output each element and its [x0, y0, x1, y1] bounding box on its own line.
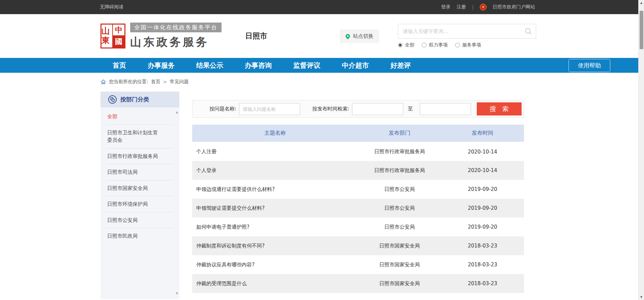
accessibility-link[interactable]: 无障碍阅读: [100, 4, 123, 10]
search-box: [398, 24, 536, 39]
search-area: 全部权力事项服务事项: [398, 24, 536, 48]
topic-cell[interactable]: 仲裁制度和诉讼制度有何不同?: [192, 236, 358, 255]
brand-title: 山东政务服务: [130, 35, 222, 50]
topic-cell[interactable]: 如何申请电子普通护照?: [192, 218, 358, 236]
topic-cell[interactable]: 申领边境通行证需要提供什么材料?: [192, 180, 358, 199]
faq-table-header-row: 主题名称发布部门发布时间: [192, 125, 524, 142]
topic-cell[interactable]: 仲裁的受理范围是什么: [192, 274, 358, 293]
faq-table-head: 主题名称发布部门发布时间: [192, 125, 524, 142]
department-cell: 日照市国家安全局: [358, 255, 441, 274]
search-button[interactable]: 搜 索: [477, 102, 522, 115]
date-cell: 2020-10-14: [441, 161, 524, 180]
nav-item-7[interactable]: 好差评: [390, 61, 411, 70]
nav-item-1[interactable]: 首页: [113, 61, 126, 70]
seal-bottom-right-text: 國: [113, 36, 124, 47]
topic-cell[interactable]: 申领驾驶证需要提交什么材料?: [192, 199, 358, 218]
register-link[interactable]: 注册: [457, 4, 466, 10]
department-cell: 日照市公安局: [358, 199, 441, 218]
search-icon[interactable]: [524, 27, 532, 35]
date-cell: 2019-09-20: [441, 199, 524, 218]
nav-item-2[interactable]: 办事服务: [148, 61, 175, 70]
location-pin-icon: [345, 33, 351, 39]
date-cell: 2019-09-20: [441, 180, 524, 199]
question-name-input[interactable]: [239, 103, 300, 115]
sidebar-item-5[interactable]: 日照市国家安全局: [106, 180, 174, 196]
scroll-down-icon[interactable]: [176, 292, 178, 295]
table-row: 申领驾驶证需要提交什么材料?日照市公安局2019-09-20: [192, 199, 524, 218]
table-row: 仲裁协议应具有哪些内容?日照市国家安全局2018-03-23: [192, 255, 524, 274]
scope-option-label: 全部: [405, 42, 414, 48]
breadcrumb: 您当前所在的位置: 首页 > 常见问题: [100, 78, 644, 86]
help-button[interactable]: 使用帮助: [568, 59, 610, 72]
scroll-up-icon[interactable]: [176, 111, 178, 114]
nav-item-5[interactable]: 监督评议: [293, 61, 320, 70]
radio-icon[interactable]: [455, 43, 460, 47]
date-from-input[interactable]: [352, 103, 403, 115]
breadcrumb-home-link[interactable]: 首页: [151, 79, 160, 85]
logo-text: 全国一体化在线政务服务平台 山东政务服务: [130, 23, 222, 50]
header: 山東 中 國 全国一体化在线政务服务平台 山东政务服务 日照市 站点切换 全部权…: [0, 14, 644, 58]
national-emblem-icon: [480, 4, 487, 10]
site-switch-button[interactable]: 站点切换: [340, 30, 379, 43]
scrollbar-up-icon[interactable]: [639, 0, 644, 6]
seal-left-text: 山東: [101, 25, 113, 47]
shandong-gov-logo[interactable]: 山東 中 國 全国一体化在线政务服务平台 山东政务服务: [100, 23, 222, 50]
faq-table: 主题名称发布部门发布时间 个人注册日照市行政审批服务局2020-10-14个人登…: [192, 125, 524, 293]
date-to-input[interactable]: [420, 103, 471, 115]
topic-cell[interactable]: 仲裁协议应具有哪些内容?: [192, 255, 358, 274]
table-row: 个人注册日照市行政审批服务局2020-10-14: [192, 142, 524, 161]
content-area: 按问题名称: 按发布时间检索: 至 搜 索 主题名称发布部门发布时间 个人注册日…: [192, 92, 524, 293]
scope-option-3[interactable]: 服务事项: [455, 42, 481, 48]
sidebar-title: 按部门分类: [120, 96, 149, 103]
department-sidebar: 按部门分类 全部日照市卫生和计划生育委员会日照市行政审批服务局日照市司法局日照市…: [100, 92, 179, 299]
date-cell: 2018-03-23: [441, 274, 524, 293]
sidebar-item-4[interactable]: 日照市司法局: [106, 164, 174, 180]
scope-option-1[interactable]: 全部: [398, 42, 414, 48]
sidebar-item-1[interactable]: 全部: [106, 109, 174, 125]
portal-link[interactable]: 日照市政府门户网站: [493, 4, 535, 10]
search-scope-options: 全部权力事项服务事项: [398, 42, 536, 48]
date-to-label: 至: [408, 106, 413, 112]
column-header: 主题名称: [192, 125, 358, 142]
main-nav: 首页办事服务结果公示办事咨询监督评议中介超市好差评 使用帮助: [0, 58, 644, 73]
login-link[interactable]: 登录: [441, 4, 450, 10]
nav-item-3[interactable]: 结果公示: [196, 61, 223, 70]
topic-cell[interactable]: 个人注册: [192, 142, 358, 161]
site-switch-label: 站点切换: [353, 33, 373, 39]
home-icon: [100, 79, 106, 85]
sidebar-item-6[interactable]: 日照市环境保护局: [106, 196, 174, 212]
department-list: 全部日照市卫生和计划生育委员会日照市行政审批服务局日照市司法局日照市国家安全局日…: [100, 107, 179, 244]
sidebar-header: 按部门分类: [100, 92, 179, 107]
keyword-search-input[interactable]: [398, 24, 524, 38]
radio-icon[interactable]: [398, 43, 403, 47]
nav-items: 首页办事服务结果公示办事咨询监督评议中介超市好差评: [113, 61, 411, 70]
page-scrollbar[interactable]: [638, 0, 644, 300]
table-row: 仲裁制度和诉讼制度有何不同?日照市国家安全局2018-03-23: [192, 236, 524, 255]
question-name-label: 按问题名称:: [209, 106, 236, 112]
category-icon: [108, 95, 117, 104]
date-cell: 2018-03-23: [441, 255, 524, 274]
table-row: 仲裁的受理范围是什么日照市国家安全局2018-03-23: [192, 274, 524, 293]
platform-badge: 全国一体化在线政务服务平台: [130, 23, 222, 32]
nav-item-6[interactable]: 中介超市: [342, 61, 369, 70]
sidebar-item-8[interactable]: 日照市民政局: [106, 228, 174, 244]
filter-bar: 按问题名称: 按发布时间检索: 至 搜 索: [192, 100, 524, 118]
topic-cell[interactable]: 个人登录: [192, 161, 358, 180]
breadcrumb-current: 常见问题: [170, 79, 188, 85]
nav-item-4[interactable]: 办事咨询: [245, 61, 272, 70]
radio-icon[interactable]: [422, 43, 427, 47]
sidebar-item-2[interactable]: 日照市卫生和计划生育委员会: [106, 125, 174, 148]
scrollbar-down-icon[interactable]: [639, 294, 644, 300]
scope-option-2[interactable]: 权力事项: [422, 42, 448, 48]
department-cell: 日照市国家安全局: [358, 274, 441, 293]
sidebar-item-7[interactable]: 日照市公安局: [106, 212, 174, 228]
table-row: 申领边境通行证需要提供什么材料?日照市公安局2019-09-20: [192, 180, 524, 199]
table-row: 个人登录日照市行政审批服务局2020-10-14: [192, 161, 524, 180]
column-header: 发布时间: [441, 125, 524, 142]
shandong-seal-icon: 山東 中 國: [100, 24, 125, 48]
topbar: 无障碍阅读 登录 注册 | 日照市政府门户网站: [0, 0, 644, 14]
scope-option-label: 服务事项: [462, 42, 481, 48]
scrollbar-thumb[interactable]: [640, 11, 643, 49]
publish-date-label: 按发布时间检索:: [312, 106, 349, 112]
sidebar-item-3[interactable]: 日照市行政审批服务局: [106, 148, 174, 164]
